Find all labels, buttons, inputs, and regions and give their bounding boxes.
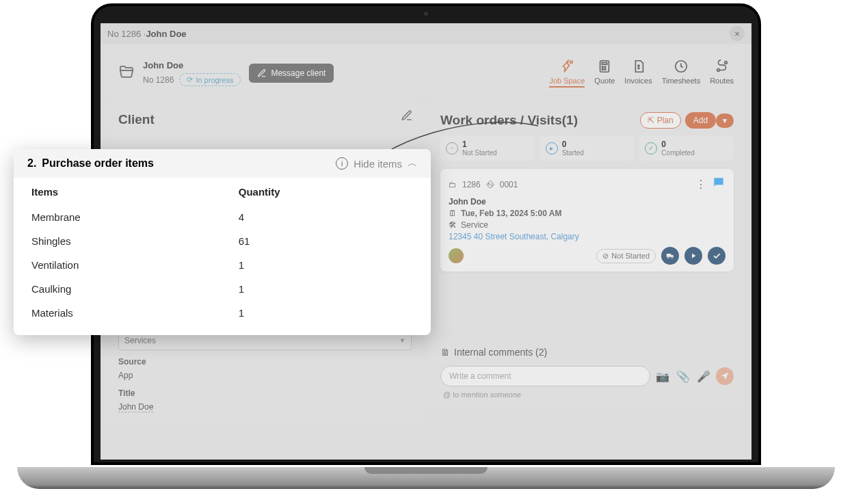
route-icon: ⛗ [486,180,494,189]
status-not-started[interactable]: − 1Not Started [440,135,535,161]
nav-routes[interactable]: Routes [710,59,734,88]
nav-timesheets[interactable]: Timesheets [662,59,700,88]
message-client-button[interactable]: Message client [249,64,334,83]
status-row: − 1Not Started ▸ 0Started ✓ 0Completed [440,135,734,161]
wo-client-name: John Doe [449,197,725,207]
check-circle-icon: ✓ [645,142,657,155]
item-qty: 61 [239,230,413,252]
add-button[interactable]: Add [685,112,716,129]
svg-point-3 [602,66,604,68]
item-name: Membrane [31,206,237,228]
item-qty: 1 [239,254,413,276]
popover-title: Purchase order items [42,157,330,170]
play-button[interactable] [684,247,702,265]
nav-quote[interactable]: Quote [594,59,615,88]
svg-point-9 [724,62,727,64]
plan-button[interactable]: ⇱Plan [640,112,681,129]
add-dropdown[interactable]: ▼ [716,114,734,128]
camera-icon[interactable]: 📷 [656,370,669,383]
top-nav: Job Space Quote Invoices Timesheets [549,59,734,88]
svg-point-8 [717,69,719,72]
nav-jobspace[interactable]: Job Space [549,59,585,88]
status-started[interactable]: ▸ 0Started [540,135,635,161]
col-items: Items [31,179,237,204]
play-circle-icon: ▸ [546,142,558,155]
comment-input[interactable]: Write a comment [440,366,650,386]
title-value[interactable]: John Doe [118,402,153,412]
work-orders-card: Work orders / Visits(1) ⇱Plan Add ▼ − 1N… [431,103,743,329]
folder-icon [118,64,135,83]
item-name: Ventilation [31,254,237,276]
item-name: Shingles [31,230,237,252]
calendar-icon: 🗓 [449,209,457,218]
source-value: App [118,369,412,382]
svg-rect-2 [602,63,607,65]
kebab-icon[interactable]: ⋮ [695,178,706,191]
send-button[interactable] [716,367,734,385]
purchase-order-popover: 2. Purchase order items i Hide items ︿ I… [14,149,431,335]
item-name: Caulking [31,278,237,300]
table-row: Ventilation1 [31,254,413,276]
client-card-title: Client [118,112,412,127]
svg-point-0 [570,61,573,64]
microphone-icon[interactable]: 🎤 [697,370,710,383]
work-order-item[interactable]: 🗀1286 ⛗0001 ⋮ John Doe 🗓Tue, Feb 13, 202… [440,169,734,271]
nav-invoices[interactable]: Invoices [624,59,652,88]
chevron-down-icon: ▼ [399,337,405,344]
client-name: John Doe [143,60,241,70]
client-number: No 1286 [143,75,174,85]
folder-icon: 🗀 [449,180,457,189]
work-orders-title: Work orders / Visits(1) [440,113,636,128]
mention-hint: @ to mention someone [443,390,734,399]
svg-point-4 [604,66,606,68]
source-label: Source [118,357,412,367]
wo-address-link[interactable]: 12345 40 Street Southeast, Calgary [449,232,725,241]
titlebar: No 1286 · John Doe × [101,23,751,44]
popover-step: 2. [27,157,36,170]
note-icon: 🗎 [440,347,450,358]
tools-icon: 🛠 [449,220,457,230]
item-qty: 1 [239,302,413,324]
svg-point-11 [671,257,673,258]
col-qty: Quantity [239,179,413,204]
comments-title: 🗎Internal comments (2) [440,347,734,358]
chat-icon[interactable] [712,176,725,193]
laptop-notch [364,467,488,474]
laptop-base [17,467,835,489]
purchase-order-table: Items Quantity Membrane4Shingles61Ventil… [14,178,431,326]
svg-point-10 [667,257,669,258]
paperclip-icon[interactable]: 📎 [676,370,690,383]
title-label: Title [118,388,412,398]
svg-point-5 [602,69,604,70]
close-icon[interactable]: × [730,26,745,41]
hide-items-button[interactable]: Hide items ︿ [354,157,417,170]
table-row: Membrane4 [31,206,413,228]
table-row: Caulking1 [31,278,413,300]
header-card: John Doe No 1286 ⟳In progress Message cl… [109,52,743,94]
titlebar-prefix: No 1286 · [107,29,146,39]
item-qty: 4 [239,206,413,228]
truck-button[interactable] [661,247,679,265]
comments-card: 🗎Internal comments (2) Write a comment 📷… [431,337,743,408]
avatar[interactable] [449,248,464,263]
minus-circle-icon: − [446,142,458,155]
client-info: John Doe No 1286 ⟳In progress [143,60,241,86]
table-row: Materials1 [31,302,413,324]
item-qty: 1 [239,278,413,300]
chevron-up-icon: ︿ [408,157,417,170]
camera-dot [424,12,428,16]
titlebar-name: John Doe [146,29,186,39]
item-name: Materials [31,302,237,324]
info-icon[interactable]: i [336,157,348,170]
edit-icon[interactable] [401,109,413,124]
external-link-icon: ⇱ [648,116,654,125]
check-button[interactable] [708,247,725,265]
not-started-badge: ⊘Not Started [596,249,656,263]
svg-point-6 [604,69,606,70]
status-completed[interactable]: ✓ 0Completed [639,135,734,161]
status-pill: ⟳In progress [179,73,241,86]
table-row: Shingles61 [31,230,413,252]
